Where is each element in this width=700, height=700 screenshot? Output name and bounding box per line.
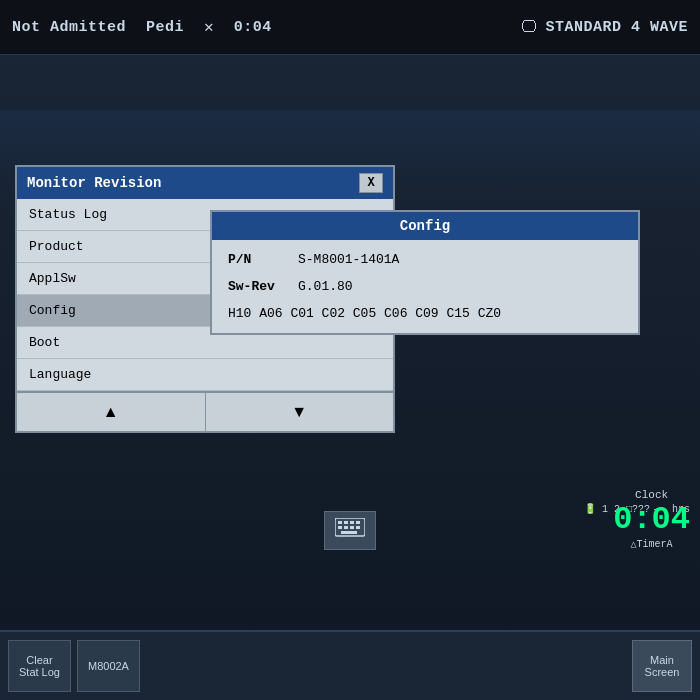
main-screen-label: MainScreen — [645, 654, 680, 678]
pn-value: S-M8001-1401A — [298, 252, 399, 267]
wave-label: STANDARD 4 WAVE — [545, 19, 688, 36]
main-area: Monitor Revision X Status Log Product Ap… — [0, 55, 700, 630]
svg-rect-5 — [338, 526, 342, 529]
swrev-value: G.01.80 — [298, 279, 353, 294]
config-codes: H10 A06 C01 C02 C05 C06 C09 C15 CZ0 — [228, 306, 622, 321]
config-dialog: Config P/N S-M8001-1401A Sw-Rev G.01.80 … — [210, 210, 640, 335]
wave-label-area: 🖵 STANDARD 4 WAVE — [521, 18, 688, 37]
screen: Not Admitted Pedi ✕ 0:04 🖵 STANDARD 4 WA… — [0, 0, 700, 700]
signal-icon: ✕ — [204, 17, 214, 37]
revision-close-button[interactable]: X — [359, 173, 383, 193]
config-title-text: Config — [400, 218, 450, 234]
wave-icon: 🖵 — [521, 18, 537, 37]
svg-rect-9 — [341, 531, 357, 534]
swrev-label: Sw-Rev — [228, 279, 298, 294]
nav-up-button[interactable]: ▲ — [17, 393, 206, 431]
keyboard-icon-area — [324, 511, 376, 550]
config-swrev-row: Sw-Rev G.01.80 — [228, 279, 622, 294]
clear-stat-log-line1: Clear — [26, 654, 52, 666]
time-text: 0:04 — [234, 19, 272, 36]
main-screen-button[interactable]: MainScreen — [632, 640, 692, 692]
svg-rect-8 — [356, 526, 360, 529]
keyboard-button[interactable] — [324, 511, 376, 550]
top-bar: Not Admitted Pedi ✕ 0:04 🖵 STANDARD 4 WA… — [0, 0, 700, 55]
clear-stat-log-line2: Stat Log — [19, 666, 60, 678]
config-pn-row: P/N S-M8001-1401A — [228, 252, 622, 267]
pn-label: P/N — [228, 252, 298, 267]
svg-rect-6 — [344, 526, 348, 529]
svg-rect-7 — [350, 526, 354, 529]
bottom-bar: Clear Stat Log M8002A MainScreen — [0, 630, 700, 700]
menu-item-language[interactable]: Language — [17, 359, 393, 391]
config-content: P/N S-M8001-1401A Sw-Rev G.01.80 H10 A06… — [212, 240, 638, 333]
revision-nav-bar: ▲ ▼ — [17, 391, 393, 431]
svg-rect-3 — [350, 521, 354, 524]
clear-stat-log-button[interactable]: Clear Stat Log — [8, 640, 71, 692]
timer-label: △TimerA — [613, 538, 690, 550]
svg-rect-2 — [344, 521, 348, 524]
clock-area: Clock 0:04 △TimerA — [613, 489, 690, 550]
keyboard-icon — [335, 518, 365, 538]
revision-title-bar: Monitor Revision X — [17, 167, 393, 199]
m8002a-button[interactable]: M8002A — [77, 640, 140, 692]
svg-rect-1 — [338, 521, 342, 524]
clock-time: 0:04 — [613, 501, 690, 538]
status-text: Not Admitted — [12, 19, 126, 36]
revision-title-text: Monitor Revision — [27, 175, 161, 191]
mode-text: Pedi — [146, 19, 184, 36]
nav-down-button[interactable]: ▼ — [206, 393, 394, 431]
clock-label: Clock — [613, 489, 690, 501]
config-title-bar: Config — [212, 212, 638, 240]
svg-rect-4 — [356, 521, 360, 524]
